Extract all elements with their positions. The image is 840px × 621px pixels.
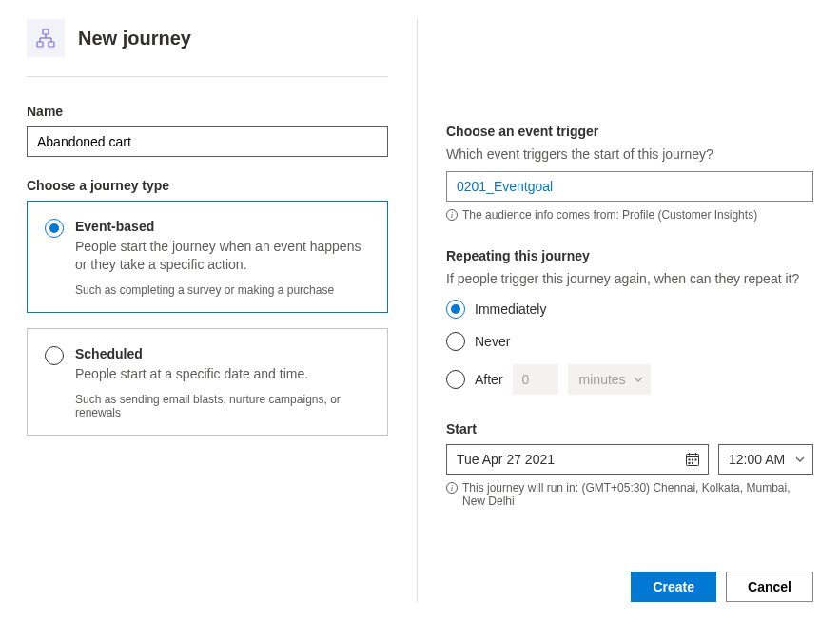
svg-rect-14: [689, 462, 691, 464]
event-trigger-input[interactable]: [446, 171, 813, 202]
repeat-option-never[interactable]: Never: [446, 332, 813, 351]
name-input[interactable]: [27, 126, 388, 157]
info-icon: i: [446, 209, 458, 221]
svg-rect-0: [43, 29, 49, 34]
start-time-value: 12:00 AM: [729, 452, 785, 467]
repeat-label-never: Never: [475, 334, 510, 349]
repeat-desc: If people trigger this journey again, wh…: [446, 271, 813, 286]
svg-rect-13: [695, 459, 697, 461]
journey-type-label: Choose a journey type: [27, 178, 388, 193]
start-label: Start: [446, 421, 813, 437]
chevron-down-icon: [634, 377, 643, 382]
repeat-label: Repeating this journey: [446, 248, 813, 263]
after-unit-select[interactable]: minutes: [568, 364, 651, 395]
radio-scheduled[interactable]: [45, 346, 64, 365]
card-example: Such as completing a survey or making a …: [75, 283, 370, 297]
repeat-option-immediately[interactable]: Immediately: [446, 300, 813, 319]
create-button[interactable]: Create: [631, 572, 716, 602]
svg-rect-11: [689, 459, 691, 461]
radio-immediately[interactable]: [446, 300, 465, 319]
after-value-input[interactable]: [513, 364, 558, 395]
event-trigger-desc: Which event triggers the start of this j…: [446, 146, 813, 162]
journey-icon: [27, 19, 65, 57]
card-desc: People start the journey when an event h…: [75, 238, 370, 274]
repeat-option-after[interactable]: After minutes: [446, 364, 813, 395]
divider: [27, 76, 388, 77]
chevron-down-icon: [795, 456, 805, 462]
after-unit-label: minutes: [579, 372, 626, 387]
radio-after[interactable]: [446, 370, 465, 389]
card-title: Scheduled: [75, 346, 370, 361]
journey-type-scheduled[interactable]: Scheduled People start at a specific dat…: [27, 328, 388, 436]
svg-rect-15: [692, 462, 693, 464]
start-date-input[interactable]: Tue Apr 27 2021: [446, 444, 709, 475]
dialog-header: New journey: [27, 19, 388, 57]
page-title: New journey: [78, 28, 191, 49]
radio-event-based[interactable]: [45, 219, 64, 238]
repeat-label-after: After: [475, 372, 503, 387]
card-desc: People start at a specific date and time…: [75, 365, 370, 383]
card-example: Such as sending email blasts, nurture ca…: [75, 393, 370, 419]
svg-rect-2: [49, 42, 54, 47]
repeat-label-immediately: Immediately: [475, 301, 546, 317]
cancel-button[interactable]: Cancel: [726, 572, 813, 602]
svg-rect-1: [37, 42, 43, 47]
journey-type-event-based[interactable]: Event-based People start the journey whe…: [27, 201, 388, 313]
start-info: This journey will run in: (GMT+05:30) Ch…: [462, 481, 813, 508]
info-icon: i: [446, 482, 458, 494]
calendar-icon: [685, 452, 700, 467]
event-trigger-label: Choose an event trigger: [446, 124, 813, 139]
radio-never[interactable]: [446, 332, 465, 351]
name-label: Name: [27, 104, 388, 119]
start-time-input[interactable]: 12:00 AM: [718, 444, 813, 475]
svg-rect-12: [692, 459, 693, 461]
start-date-value: Tue Apr 27 2021: [457, 452, 555, 467]
card-title: Event-based: [75, 219, 370, 234]
event-trigger-info: The audience info comes from: Profile (C…: [462, 208, 757, 222]
